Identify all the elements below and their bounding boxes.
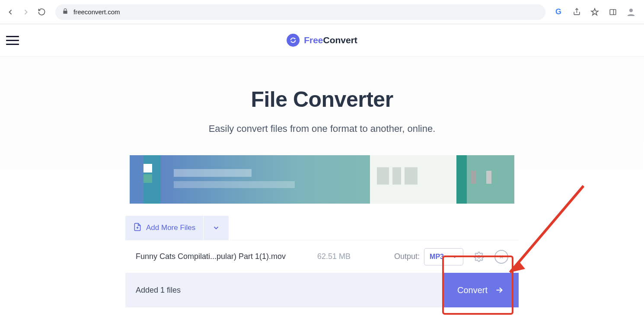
site-header: FreeConvert — [0, 24, 644, 57]
add-more-files-button[interactable]: Add More Files — [125, 216, 203, 240]
settings-button[interactable] — [472, 250, 486, 264]
file-row: Funny Cats Compilati...pular) Part 1(1).… — [125, 240, 519, 273]
google-icon[interactable]: G — [552, 6, 564, 18]
output-label: Output: — [394, 252, 420, 261]
arrow-right-icon — [494, 285, 504, 295]
added-files-label: Added 1 files — [136, 286, 181, 295]
menu-button[interactable] — [6, 32, 23, 49]
output-format-select[interactable]: MP3 — [424, 248, 463, 265]
side-panel-icon[interactable] — [607, 6, 619, 18]
browser-actions: G — [552, 6, 637, 18]
address-bar[interactable]: freeconvert.com — [55, 4, 545, 20]
ad-banner[interactable] — [130, 155, 514, 204]
logo-icon — [287, 34, 300, 47]
convert-button[interactable]: Convert — [443, 273, 519, 307]
selected-format: MP3 — [430, 253, 444, 261]
browser-toolbar: freeconvert.com G — [0, 0, 644, 24]
close-icon — [498, 254, 504, 260]
svg-point-2 — [629, 9, 633, 12]
bookmark-icon[interactable] — [589, 6, 601, 18]
profile-icon[interactable] — [625, 6, 637, 18]
share-icon[interactable] — [571, 6, 583, 18]
panel-footer: Added 1 files Convert — [125, 273, 519, 307]
add-more-dropdown[interactable] — [204, 216, 229, 240]
svg-point-5 — [478, 256, 480, 258]
forward-button[interactable] — [19, 5, 33, 19]
file-size: 62.51 MB — [317, 252, 351, 261]
logo-text: FreeConvert — [304, 35, 357, 45]
file-panel: Add More Files Funny Cats Compilati...pu… — [125, 216, 519, 307]
svg-rect-0 — [610, 10, 616, 15]
chevron-down-icon — [452, 254, 458, 260]
remove-file-button[interactable] — [494, 250, 508, 264]
file-name: Funny Cats Compilati...pular) Part 1(1).… — [136, 252, 313, 261]
url-text: freeconvert.com — [73, 8, 120, 16]
back-button[interactable] — [3, 5, 17, 19]
add-more-label: Add More Files — [146, 224, 195, 232]
lock-icon — [62, 8, 68, 16]
reload-button[interactable] — [35, 5, 48, 19]
convert-label: Convert — [457, 285, 488, 295]
page-subtitle: Easily convert files from one format to … — [0, 123, 644, 134]
site-logo[interactable]: FreeConvert — [287, 34, 357, 47]
add-file-icon — [133, 222, 142, 234]
gear-icon — [474, 252, 484, 262]
page-title: File Converter — [0, 87, 644, 112]
